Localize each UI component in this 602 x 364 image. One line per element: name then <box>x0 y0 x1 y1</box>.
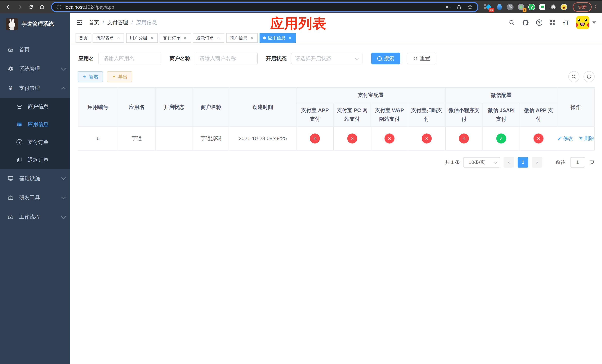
reset-button[interactable]: 重置 <box>407 53 436 64</box>
toggle-search-button[interactable] <box>568 71 580 82</box>
password-key-icon[interactable] <box>445 4 451 10</box>
share-icon[interactable] <box>456 4 462 10</box>
refresh-table-button[interactable] <box>583 71 595 82</box>
channel-status-badge[interactable]: ✓ <box>496 133 506 143</box>
sidebar-item-system[interactable]: 系统管理 <box>0 59 70 78</box>
app-name-label: 应用名 <box>78 55 94 62</box>
tag-process-form[interactable]: 流程表单× <box>93 33 124 43</box>
browser-home-button[interactable] <box>37 2 47 12</box>
status-select[interactable]: 请选择开启状态 <box>291 53 363 64</box>
merchant-name-input[interactable] <box>195 53 258 64</box>
page-1-button[interactable]: 1 <box>517 157 528 168</box>
goto-label: 前往 <box>556 159 565 166</box>
bookmark-star-icon[interactable] <box>467 4 473 10</box>
browser-update-button[interactable]: 更新 <box>573 2 592 12</box>
col-created: 创建时间 <box>229 87 296 127</box>
fullscreen-icon[interactable] <box>549 20 556 26</box>
chevron-down-icon <box>61 175 66 180</box>
sidebar-item-workflow[interactable]: 工作流程 <box>0 207 70 227</box>
sidebar-item-payment-order[interactable]: ¥ 支付订单 <box>0 133 70 151</box>
channel-status-badge[interactable]: × <box>310 133 320 143</box>
breadcrumb-home[interactable]: 首页 <box>89 19 99 26</box>
forward-arrow-icon <box>17 4 22 10</box>
next-page-button[interactable]: › <box>532 157 542 168</box>
browser-chrome: localhost:1024/pay/app 10 ⌘ 1 y <box>0 0 602 13</box>
sidebar-item-app-info[interactable]: 应用信息 <box>0 116 70 133</box>
edit-link[interactable]: 修改 <box>558 135 573 142</box>
active-dot <box>263 36 266 39</box>
browser-menu-kebab[interactable]: ⋮ <box>593 4 598 10</box>
close-icon[interactable]: × <box>216 35 221 41</box>
sidebar-collapse-button[interactable] <box>76 19 83 26</box>
close-icon[interactable]: × <box>287 35 292 41</box>
tag-merchant-info[interactable]: 商户信息× <box>226 33 258 43</box>
url-text: localhost:1024/pay/app <box>64 4 442 10</box>
cell-app-name: 芋道 <box>118 127 155 150</box>
total-count: 共 1 条 <box>445 159 460 166</box>
extensions-tray: 10 ⌘ 1 y <box>483 3 570 11</box>
channel-status-badge[interactable]: × <box>534 133 544 143</box>
channel-status-badge[interactable]: × <box>459 133 469 143</box>
channel-status-badge[interactable]: × <box>347 133 357 143</box>
cell-ops: 修改 删除 <box>557 127 594 150</box>
extensions-puzzle-icon[interactable] <box>549 3 557 11</box>
table-toolbar: 新增 导出 <box>78 71 595 82</box>
export-button[interactable]: 导出 <box>107 71 132 82</box>
sidebar-item-home[interactable]: 首页 <box>0 40 70 59</box>
extension-command-icon[interactable]: ⌘ <box>506 3 514 11</box>
page-size-select[interactable]: 10条/页 <box>463 157 500 168</box>
close-icon[interactable]: × <box>183 35 188 41</box>
breadcrumb-payment[interactable]: 支付管理 <box>107 19 128 26</box>
url-bar[interactable]: localhost:1024/pay/app <box>51 2 478 12</box>
sidebar-logo[interactable]: 芋道管理系统 <box>0 13 70 35</box>
extension-pin-icon[interactable]: 10 <box>485 3 492 11</box>
github-icon[interactable] <box>522 19 529 26</box>
refresh-icon <box>586 74 592 79</box>
close-icon[interactable]: × <box>149 35 154 41</box>
page-content: 应用名 商户名称 开启状态 请选择开启状态 搜索 重置 <box>70 44 602 364</box>
status-label: 开启状态 <box>266 55 287 62</box>
tag-refund-order[interactable]: 退款订单× <box>193 33 224 43</box>
tag-app-info[interactable]: 应用信息× <box>259 33 296 43</box>
site-info-icon[interactable] <box>56 4 62 10</box>
tag-payment-order[interactable]: 支付订单× <box>160 33 191 43</box>
app-name-input[interactable] <box>98 53 161 64</box>
sidebar-item-dev-tools[interactable]: 研发工具 <box>0 188 70 207</box>
extension-y-icon[interactable]: y <box>528 3 535 11</box>
group-wechat-config: 微信配置 <box>445 87 557 103</box>
tag-user-group[interactable]: 用户分组× <box>126 33 158 43</box>
tag-home[interactable]: 首页 <box>75 33 91 43</box>
extension-recorder-icon[interactable]: 1 <box>517 3 525 11</box>
close-icon[interactable]: × <box>116 35 121 41</box>
browser-reload-button[interactable] <box>26 2 35 12</box>
font-size-icon[interactable]: TT <box>563 20 569 26</box>
dashboard-icon <box>7 47 14 53</box>
extension-chat-icon[interactable] <box>539 3 546 11</box>
channel-status-badge[interactable]: × <box>422 133 432 143</box>
extension-balloon-icon[interactable] <box>496 3 503 11</box>
search-icon[interactable] <box>509 20 515 26</box>
sidebar-item-refund-order[interactable]: 退款订单 <box>0 151 70 169</box>
goto-page-input[interactable] <box>570 157 585 168</box>
browser-back-button[interactable] <box>4 2 13 12</box>
prev-page-button[interactable]: ‹ <box>504 157 514 168</box>
reload-icon <box>28 4 33 10</box>
top-navbar: 首页 / 支付管理 / 应用信息 应用列表 ? TT <box>70 13 602 32</box>
channel-status-badge[interactable]: × <box>385 133 395 143</box>
delete-link[interactable]: 删除 <box>579 135 594 142</box>
sidebar-item-merchant-info[interactable]: 商户信息 <box>0 98 70 116</box>
toolbox-icon <box>7 214 14 220</box>
sidebar-item-infrastructure[interactable]: 基础设施 <box>0 169 70 188</box>
help-icon[interactable]: ? <box>536 20 542 26</box>
toolbox-icon <box>7 195 14 201</box>
extension-emoji-icon[interactable] <box>560 3 568 11</box>
download-icon <box>112 75 116 79</box>
search-button[interactable]: 搜索 <box>371 53 400 64</box>
page-annotation: 应用列表 <box>270 14 327 33</box>
browser-forward-button[interactable] <box>15 2 24 12</box>
add-button[interactable]: 新增 <box>78 71 103 82</box>
sidebar-item-payment[interactable]: ¥ 支付管理 <box>0 78 70 98</box>
col-alipay-qr: 支付宝扫码支付 <box>408 103 445 127</box>
user-menu[interactable] <box>576 16 596 29</box>
close-icon[interactable]: × <box>249 35 254 41</box>
